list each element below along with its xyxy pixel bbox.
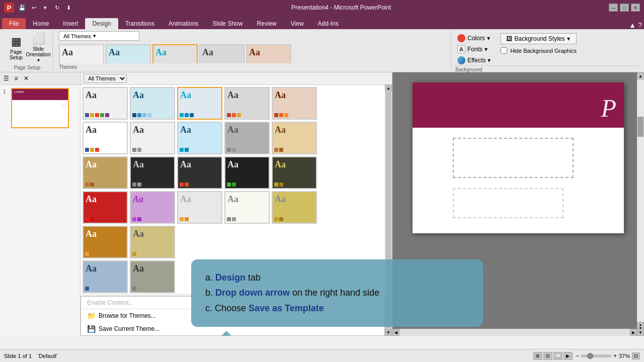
canvas-scroll-nav-up[interactable]: ▲ [639,323,642,326]
hscroll-left[interactable]: ◀ [392,329,399,336]
page-setup-button[interactable]: ▦ PageSetup [6,34,26,61]
theme-aa-2: Aa [107,45,150,63]
hide-bg-checkbox[interactable] [501,47,507,54]
theme-10[interactable]: Aa [272,122,317,154]
slide-watermark: P [601,94,616,123]
scroll-up-btn[interactable]: ▲ [385,84,392,92]
themes-row-2: Aa Aa Aa Aa Aa [83,122,390,154]
theme-7[interactable]: Aa [130,122,175,154]
theme-20[interactable]: Aa [272,191,317,224]
theme-5[interactable]: Aa [272,87,317,120]
effects-button[interactable]: Effects ▾ [455,55,493,65]
slide-1-thumbnail[interactable]: Lorem P [11,88,69,128]
redo-dropdown[interactable]: ▾ [40,3,50,13]
themes-row-4: Aa Aa Aa Aa Aa [83,191,390,224]
theme-2[interactable]: Aa [130,87,175,120]
callout-bubble: a. Design tab b. Drop down arrow on the … [191,259,483,327]
theme-13[interactable]: Aa [177,156,222,189]
slide-orientation-button[interactable]: ⬜ SlideOrientation ▾ [28,31,48,64]
close-panel-btn[interactable]: ✕ [21,73,31,83]
slides-view-btn[interactable]: ☰ [1,73,11,83]
theme-office[interactable]: Aa [83,87,128,120]
colors-arrow: ▾ [487,35,490,42]
slide-thumb-title: Lorem [12,89,68,95]
theme-6[interactable]: Aa [83,122,128,154]
theme-9[interactable]: Aa [224,122,270,154]
theme-14[interactable]: Aa [224,156,270,189]
tab-slideshow[interactable]: Slide Show [205,18,250,29]
scroll-down-btn[interactable]: ▼ [385,329,392,336]
hide-bg-row: Hide Background Graphics [501,47,576,54]
tab-home[interactable]: Home [26,18,56,29]
qa-dropdown[interactable]: ⬇ [63,3,73,13]
theme-12[interactable]: Aa [130,156,175,189]
zoom-slider[interactable] [581,354,611,357]
bg-styles-icon: 🖼 [506,35,512,42]
themes-dropdown-arrow: ▾ [93,33,96,39]
zoom-in-btn[interactable]: + [613,352,617,359]
tab-view[interactable]: View [284,18,311,29]
undo-btn[interactable]: ↩ [29,3,39,13]
tab-addins[interactable]: Add-Ins [311,18,346,29]
hscroll-right[interactable]: ▶ [630,329,637,336]
maximize-btn[interactable]: □ [620,4,629,12]
slide-thumb-body: P [12,100,68,113]
zoom-out-btn[interactable]: − [576,352,579,359]
canvas-scroll-up[interactable]: ▲ [637,72,644,79]
fonts-button[interactable]: A Fonts ▾ [455,44,493,54]
tab-file[interactable]: File [2,18,26,29]
tab-transitions[interactable]: Transitions [118,18,162,29]
themes-filter-select[interactable]: All Themes [84,74,127,83]
close-btn[interactable]: ✕ [631,4,640,12]
theme-16[interactable]: Aa [83,191,128,224]
zoom-slider-thumb [587,353,593,359]
theme-23[interactable]: Aa [83,260,128,293]
theme-3-selected[interactable]: Aa [177,87,222,120]
slideshow-btn[interactable]: ▶ [564,352,573,360]
normal-view-btn[interactable]: ⊞ [533,352,542,360]
theme-thumb-1[interactable]: Aa [59,44,104,63]
tab-insert[interactable]: Insert [56,18,85,29]
minimize-btn[interactable]: — [609,4,618,12]
theme-22[interactable]: Aa [130,226,175,258]
theme-17[interactable]: Aa [130,191,175,224]
theme-24[interactable]: Aa [130,260,175,293]
theme-19[interactable]: Aa [224,191,270,224]
view-controls: ⊞ ⊟ 📖 ▶ [533,352,573,360]
theme-11[interactable]: Aa [83,156,128,189]
save-theme-icon: 💾 [87,325,96,333]
refresh-btn[interactable]: ↻ [52,3,62,13]
theme-thumb-5[interactable]: Aa [246,44,291,63]
canvas-scroll-thumb[interactable] [637,117,643,137]
reading-view-btn[interactable]: 📖 [553,352,562,360]
help-btn[interactable]: ? [638,21,642,29]
outline-view-btn[interactable]: ≡ [11,73,21,83]
theme-thumb-3[interactable]: Aa [152,44,198,63]
theme-8[interactable]: Aa [177,122,222,154]
collapse-ribbon-btn[interactable]: ▲ [629,21,636,29]
all-themes-dropdown[interactable]: All Themes ▾ [59,31,139,41]
slide-top-section [413,82,624,128]
theme-21[interactable]: Aa [83,226,128,258]
theme-thumb-4[interactable]: Aa [199,44,245,63]
zoom-controls: − + 37% ⊡ [576,352,640,359]
background-styles-button[interactable]: 🖼 Background Styles ▾ [501,33,576,44]
tab-animations[interactable]: Animations [162,18,205,29]
canvas-scroll-down[interactable]: ▼ [637,329,644,336]
theme-15[interactable]: Aa [272,156,317,189]
theme-thumb-2[interactable]: Aa [106,44,151,63]
save-quickaccess[interactable]: 💾 [17,3,27,13]
sorter-view-btn[interactable]: ⊟ [543,352,552,360]
effects-arrow: ▾ [488,57,491,64]
slide-thumb-watermark: P [14,102,66,111]
tab-review[interactable]: Review [250,18,283,29]
fonts-icon: A [457,45,465,53]
tab-design[interactable]: Design [85,18,118,29]
ribbon-group-page-setup: ▦ PageSetup ⬜ SlideOrientation ▾ Page Se… [2,31,53,70]
theme-18[interactable]: Aa [177,191,222,224]
fit-to-window-btn[interactable]: ⊡ [632,352,640,359]
design-right-panel: Colors ▾ A Fonts ▾ Effects ▾ 🖼 Backgroun [451,31,642,70]
background-group-label: Background [455,65,638,72]
theme-4[interactable]: Aa [224,87,270,120]
colors-button[interactable]: Colors ▾ [455,33,493,43]
